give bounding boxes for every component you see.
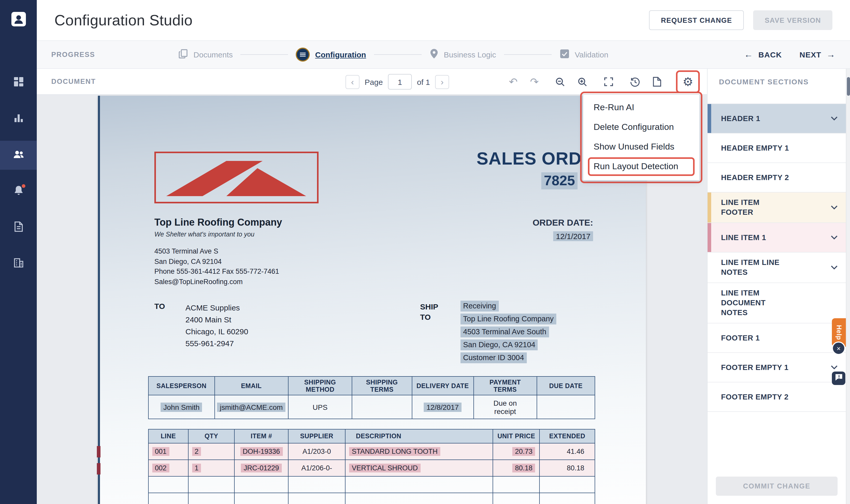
ship-to-field[interactable]: Receiving (461, 301, 499, 311)
ship-to-field[interactable]: San Diego, CA 92104 (461, 339, 538, 350)
settings-gear-icon[interactable]: ⚙ (682, 76, 693, 88)
nav-documents[interactable] (0, 213, 37, 242)
page-total-label: of 1 (417, 77, 430, 86)
step-configuration[interactable]: Configuration (296, 48, 366, 61)
due-date-value (537, 395, 595, 419)
nav-analytics[interactable] (0, 105, 37, 133)
next-button[interactable]: NEXT → (799, 50, 835, 60)
chevron-down-icon[interactable] (831, 205, 837, 210)
item-number-value[interactable]: JRC-01229 (241, 464, 282, 472)
menu-item-run-layout-detection[interactable]: Run Layout Detection (588, 157, 695, 176)
commit-area: COMMIT CHANGE (708, 469, 846, 504)
toolbar-icons: ↶ ↷ ⚙ (509, 69, 700, 95)
order-date-label: ORDER DATE: (533, 218, 593, 228)
chevron-down-icon[interactable] (831, 365, 837, 370)
header-actions: REQUEST CHANGE SAVE VERSION (649, 10, 832, 30)
back-button[interactable]: ← BACK (744, 50, 782, 60)
section-footer-empty-2[interactable]: FOOTER EMPTY 2 (708, 382, 846, 412)
nav-organization[interactable] (0, 249, 37, 278)
zoom-in-icon[interactable] (577, 77, 587, 87)
zoom-out-icon[interactable] (555, 77, 565, 87)
line-items-table: LINE QTY ITEM # SUPPLIER DESCRIPTION UNI… (148, 429, 595, 504)
step-business-logic[interactable]: Business Logic (429, 48, 496, 61)
chevron-down-icon[interactable] (831, 266, 837, 270)
ship-to-field[interactable]: Customer ID 3004 (461, 353, 526, 363)
chevron-down-icon[interactable] (831, 235, 837, 239)
nav-dashboard[interactable] (0, 68, 37, 97)
company-block: Top Line Roofing Company We Shelter what… (154, 217, 282, 287)
menu-item-re-run-ai[interactable]: Re-Run AI (583, 98, 699, 118)
salesperson-value[interactable]: John Smith (161, 402, 202, 412)
company-logo (154, 151, 318, 203)
pages-icon (178, 48, 188, 61)
close-icon: × (836, 344, 840, 352)
step-documents[interactable]: Documents (178, 48, 233, 61)
bar-chart-icon (13, 112, 24, 126)
arrow-right-icon: → (827, 50, 835, 60)
feedback-button[interactable] (832, 372, 845, 385)
delivery-date-value[interactable]: 12/8/2017 (424, 402, 462, 412)
file-icon (13, 221, 23, 234)
history-icon[interactable] (630, 77, 640, 87)
unit-price-value[interactable]: 20.73 (513, 447, 535, 456)
previous-page-button[interactable]: ‹ (346, 75, 360, 89)
section-header-empty-2[interactable]: HEADER EMPTY 2 (708, 163, 846, 193)
settings-annotation-box: ⚙ (676, 70, 700, 93)
section-footer-1[interactable]: FOOTER 1 (708, 323, 846, 353)
step-connector (504, 54, 551, 55)
undo-icon[interactable]: ↶ (509, 75, 518, 88)
section-line-item-1[interactable]: LINE ITEM 1 (708, 223, 846, 253)
fullscreen-icon[interactable] (604, 77, 613, 86)
section-footer-empty-1[interactable]: FOOTER EMPTY 1 (708, 353, 846, 382)
item-number-value[interactable]: DOH-19336 (240, 447, 282, 456)
dashboard-icon (13, 76, 24, 90)
menu-item-show-unused-fields[interactable]: Show Unused Fields (583, 137, 699, 157)
step-validation[interactable]: Validation (559, 48, 608, 61)
chat-bubble-icon (835, 374, 843, 383)
page-number-input[interactable] (388, 74, 412, 90)
document-toolbar: DOCUMENT ‹ Page of 1 › ↶ ↷ (37, 69, 707, 95)
section-line-item-document-notes[interactable]: LINE ITEM DOCUMENT NOTES (708, 283, 846, 323)
request-change-button[interactable]: REQUEST CHANGE (649, 10, 744, 30)
document-sections-panel: DOCUMENT SECTIONS HEADER 1 HEADER EMPTY … (707, 69, 846, 504)
nav-users[interactable] (0, 141, 37, 170)
sales-order-number[interactable]: 7825 (541, 172, 577, 190)
line-number-value[interactable]: 002 (152, 464, 169, 472)
document-preview-icon[interactable] (653, 76, 661, 87)
description-value[interactable]: STANDARD LONG TOOTH (349, 447, 440, 456)
next-page-button[interactable]: › (435, 75, 449, 89)
qty-value[interactable]: 2 (192, 447, 201, 456)
section-header-empty-1[interactable]: HEADER EMPTY 1 (708, 133, 846, 163)
building-icon (13, 257, 24, 271)
save-version-button[interactable]: SAVE VERSION (753, 10, 832, 30)
app-logo[interactable] (11, 12, 26, 29)
chevron-down-icon[interactable] (831, 116, 837, 121)
order-date-value[interactable]: 12/1/2017 (553, 231, 593, 241)
nav-notifications[interactable] (0, 177, 37, 206)
commit-change-button[interactable]: COMMIT CHANGE (716, 476, 837, 496)
vertical-scrollbar[interactable] (846, 69, 850, 504)
sections-panel-title: DOCUMENT SECTIONS (708, 69, 846, 86)
settings-menu: Re-Run AI Delete Configuration Show Unus… (583, 94, 700, 181)
email-value[interactable]: jsmith@ACME.com (217, 402, 285, 412)
section-header-1[interactable]: HEADER 1 (708, 104, 846, 133)
step-connector (241, 54, 288, 55)
menu-item-delete-configuration[interactable]: Delete Configuration (583, 118, 699, 137)
arrow-left-icon: ← (744, 50, 753, 60)
line-number-value[interactable]: 001 (152, 447, 169, 456)
description-value[interactable]: VERTICAL SHROUD (349, 464, 420, 472)
scrollbar-thumb[interactable] (847, 77, 850, 96)
qty-value[interactable]: 1 (192, 464, 201, 472)
ship-to-field[interactable]: 4503 Terminal Ave South (461, 326, 549, 337)
ship-to-field[interactable]: Top Line Roofing Company (461, 313, 556, 324)
wizard-nav: ← BACK NEXT → (744, 50, 835, 60)
close-help-button[interactable]: × (832, 342, 845, 355)
section-line-item-footer[interactable]: LINE ITEM FOOTER (708, 193, 846, 223)
check-square-icon (559, 48, 570, 61)
order-info-table: SALESPERSON EMAIL SHIPPING METHOD SHIPPI… (148, 376, 595, 419)
line-item-row: 001 2 DOH-19336 A1/203-0 STANDARD LONG T… (149, 443, 595, 460)
section-line-item-line-notes[interactable]: LINE ITEM LINE NOTES (708, 253, 846, 283)
left-nav-rail (0, 0, 37, 504)
unit-price-value[interactable]: 80.18 (513, 464, 535, 472)
redo-icon[interactable]: ↷ (530, 75, 539, 88)
